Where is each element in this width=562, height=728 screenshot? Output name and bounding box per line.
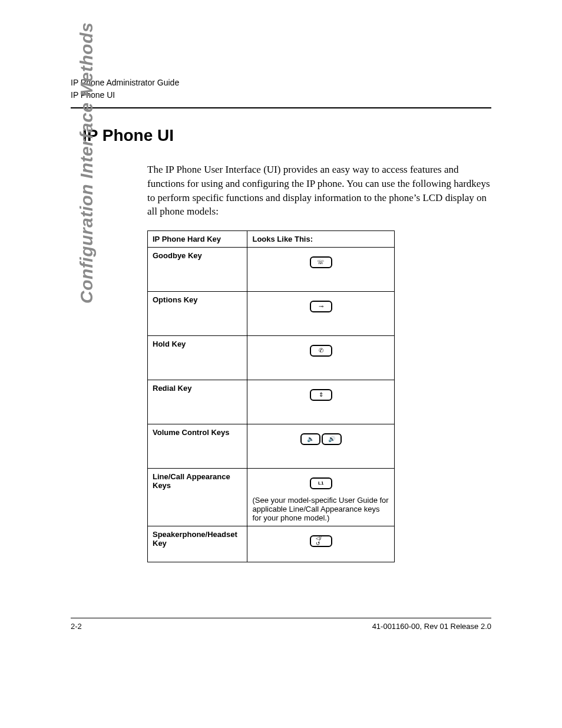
volume-keys-icon: 🔈 🔊 bbox=[300, 433, 342, 445]
table-row: Hold Key ✆ bbox=[148, 336, 395, 380]
volume-down-icon: 🔈 bbox=[300, 433, 320, 445]
hold-key-icon: ✆ bbox=[310, 345, 332, 357]
key-label: Speakerphone/Headset Key bbox=[153, 530, 237, 548]
header-line-1: IP Phone Administrator Guide bbox=[71, 77, 491, 89]
footer-page-number: 2-2 bbox=[71, 622, 82, 631]
key-label: Options Key bbox=[153, 295, 198, 304]
key-label: Redial Key bbox=[153, 384, 191, 393]
document-page: IP Phone Administrator Guide IP Phone UI… bbox=[0, 0, 562, 728]
intro-paragraph: The IP Phone User Interface (UI) provide… bbox=[147, 163, 491, 219]
key-label: Line/Call Appearance Keys bbox=[153, 472, 230, 490]
table-row: Line/Call Appearance Keys L1 (See your m… bbox=[148, 469, 395, 526]
col1-header: IP Phone Hard Key bbox=[148, 231, 247, 248]
table-row: Redial Key ⇕ bbox=[148, 380, 395, 424]
table-row: Goodbye Key ☏ bbox=[148, 248, 395, 292]
goodbye-key-icon: ☏ bbox=[310, 256, 332, 268]
page-title: IP Phone UI bbox=[82, 126, 491, 145]
key-label: Volume Control Keys bbox=[153, 428, 230, 437]
footer-doc-id: 41-001160-00, Rev 01 Release 2.0 bbox=[372, 622, 491, 631]
col2-header: Looks Like This: bbox=[247, 231, 395, 248]
header-line-2: IP Phone UI bbox=[71, 89, 491, 101]
table-header-row: IP Phone Hard Key Looks Like This: bbox=[148, 231, 395, 248]
redial-key-icon: ⇕ bbox=[310, 389, 332, 401]
page-header: IP Phone Administrator Guide IP Phone UI bbox=[71, 77, 491, 108]
hardkey-table: IP Phone Hard Key Looks Like This: Goodb… bbox=[147, 230, 395, 562]
key-label: Hold Key bbox=[153, 340, 186, 348]
table-row: Volume Control Keys 🔈 🔊 bbox=[148, 424, 395, 469]
table-row: Options Key ⊸ bbox=[148, 292, 395, 336]
speakerphone-headset-key-icon: ◁/↺ bbox=[310, 535, 332, 547]
table-row: Speakerphone/Headset Key ◁/↺ bbox=[148, 526, 395, 562]
key-label: Goodbye Key bbox=[153, 251, 202, 260]
section-label-vertical: Configuration Interface Methods bbox=[77, 22, 97, 304]
volume-up-icon: 🔊 bbox=[322, 433, 342, 445]
line-key-note: (See your model-specific User Guide for … bbox=[252, 496, 389, 522]
page-footer: 2-2 41-001160-00, Rev 01 Release 2.0 bbox=[71, 618, 491, 631]
line-key-icon: L1 bbox=[310, 477, 332, 489]
options-key-icon: ⊸ bbox=[310, 301, 332, 312]
